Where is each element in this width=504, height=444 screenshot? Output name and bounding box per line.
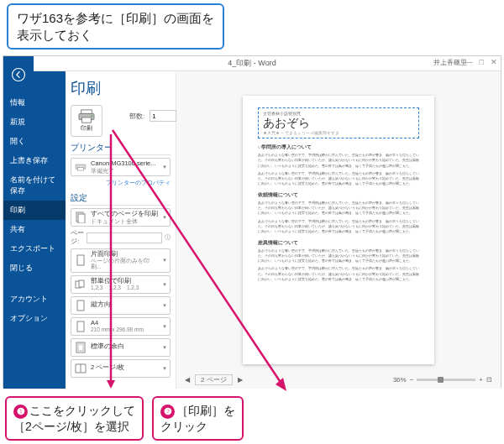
sidebar-item-account[interactable]: アカウント [3, 290, 66, 309]
doc-heading: ○学問所の導入について [258, 144, 419, 151]
minimize-icon[interactable]: — [465, 58, 473, 66]
word-window: 4_印刷 - Word 井上香穂里 ? — □ ✕ 情報 新規 開く 上書き保存… [3, 55, 501, 388]
preview-page: 文芸春秋小説特別賞 あおぞら ★大賞★ ─ できるシリーズ編集部すずき ○学問所… [243, 96, 434, 364]
single-side-icon [74, 253, 87, 267]
orientation-select[interactable]: 縦方向 ▼ [71, 296, 171, 315]
zoom-out-button[interactable]: − [410, 376, 414, 384]
collate-icon [74, 278, 87, 291]
copies-input[interactable] [150, 110, 176, 122]
zoom-slider[interactable] [417, 379, 475, 381]
callout-number: ❶ [13, 405, 28, 419]
svg-rect-12 [77, 300, 84, 311]
papersize-select[interactable]: A4210 mm x 296.98 mm ▼ [71, 317, 171, 336]
print-panel: 印刷 印刷 部数: ▲▼ プリンター Canon [66, 71, 176, 389]
zoom-level: 36% [393, 376, 407, 384]
collate-select[interactable]: 部単位で印刷1,2,3 1,2,3 1,2,3 ▼ [71, 275, 171, 294]
sidebar-item-export[interactable]: エクスポート [3, 239, 66, 259]
settings-section-heading: 設定 [71, 192, 171, 206]
callout-number: ❷ [160, 405, 175, 419]
svg-rect-3 [82, 118, 92, 123]
chevron-down-icon: ▼ [162, 215, 167, 220]
print-range-select[interactable]: すべてのページを印刷ドキュメント全体 ▼ [71, 208, 171, 227]
text: ワザ163を参考に［印刷］の画面を [17, 10, 214, 27]
title-bar: 4_印刷 - Word 井上香穂里 ? — □ ✕ [3, 56, 501, 71]
maximize-icon[interactable]: □ [480, 58, 484, 66]
sidebar-item-saveas[interactable]: 名前を付けて保存 [3, 170, 66, 201]
doc-para: あおぞらのような青い空の下で、学問所は静かに佇んでいた。生徒たちの声が響き、風が… [258, 266, 419, 282]
portrait-icon [74, 299, 87, 312]
chevron-down-icon: ▼ [162, 282, 167, 287]
text: 表示しておく [17, 27, 214, 44]
print-button[interactable]: 印刷 [71, 105, 102, 137]
doc-para: あおぞらのような青い空の下で、学問所は静かに佇んでいた。生徒たちの声が響き、風が… [258, 171, 419, 187]
print-button-label: 印刷 [81, 124, 92, 133]
svg-rect-6 [78, 168, 84, 171]
info-icon[interactable]: ⓘ [165, 233, 171, 242]
next-page-button[interactable]: ▶ [238, 376, 243, 384]
chevron-down-icon: ▼ [162, 366, 167, 371]
window-title: 4_印刷 - Word [3, 58, 501, 69]
prev-page-button[interactable]: ◀ [185, 376, 190, 384]
page-number: 2 ページ [195, 374, 233, 385]
back-button[interactable] [3, 56, 34, 93]
backstage-sidebar: 情報 新規 開く 上書き保存 名前を付けて保存 印刷 共有 エクスポート 閉じる… [3, 71, 66, 389]
panel-heading: 印刷 [71, 78, 171, 98]
back-arrow-icon [11, 67, 26, 82]
svg-rect-8 [78, 214, 85, 223]
printer-name: Canon MG3100 serie... [91, 160, 159, 167]
zoom-fit-button[interactable]: ⊡ [486, 376, 492, 384]
sidebar-item-print[interactable]: 印刷 [3, 201, 66, 220]
pages-icon [74, 211, 87, 224]
printer-section-heading: プリンター [71, 142, 171, 155]
chevron-down-icon: ▼ [162, 324, 167, 329]
sidebar-item-share[interactable]: 共有 [3, 220, 66, 239]
help-icon[interactable]: ? [454, 58, 459, 66]
svg-point-4 [91, 115, 92, 117]
svg-rect-13 [77, 321, 84, 332]
sidebar-item-new[interactable]: 新規 [3, 112, 66, 132]
svg-point-0 [13, 69, 25, 81]
instruction-callout-top: ワザ163を参考に［印刷］の画面を 表示しておく [7, 3, 224, 50]
page-range-label: ページ: [71, 229, 84, 246]
sidebar-item-open[interactable]: 開く [3, 132, 66, 151]
two-per-sheet-icon [74, 362, 87, 375]
callout-2: ❷［印刷］を クリック [152, 396, 244, 441]
sidebar-item-close[interactable]: 閉じる [3, 259, 66, 278]
doc-heading: 依頼情報について [258, 191, 419, 199]
doc-heading: 差異情報について [258, 239, 419, 247]
printer-icon [74, 160, 87, 174]
close-icon[interactable]: ✕ [491, 58, 497, 66]
printer-status: 準備完了 [91, 168, 159, 174]
page-range-input[interactable] [87, 232, 162, 243]
margins-icon [74, 341, 87, 354]
printer-icon [77, 109, 96, 124]
sidebar-item-info[interactable]: 情報 [3, 93, 66, 112]
chevron-down-icon: ▼ [162, 345, 167, 350]
doc-para: あおぞらのような青い空の下で、学問所は静かに佇んでいた。生徒たちの声が響き、風が… [258, 248, 419, 264]
paper-icon [74, 320, 87, 333]
copies-label: 部数: [129, 112, 144, 121]
svg-rect-1 [81, 110, 92, 114]
chevron-down-icon: ▼ [162, 165, 167, 170]
preview-footer: ◀ 2 ページ ▶ 36% − + ⊡ [176, 374, 501, 385]
window-controls: ? — □ ✕ [454, 58, 497, 66]
svg-rect-11 [79, 280, 84, 287]
margins-select[interactable]: 標準の余白 ▼ [71, 338, 171, 357]
sidebar-item-options[interactable]: オプション [3, 309, 66, 328]
chevron-down-icon: ▼ [162, 303, 167, 308]
zoom-in-button[interactable]: + [479, 376, 483, 384]
pages-per-sheet-select[interactable]: 2 ページ/枚 ▼ [71, 359, 171, 378]
sides-select[interactable]: 片面印刷ページの片面のみを印刷... ▼ [71, 248, 171, 273]
printer-select[interactable]: Canon MG3100 serie...準備完了 ▼ [71, 158, 171, 176]
callout-1: ❶ここをクリックして ［2ページ/枚］を選択 [5, 396, 144, 441]
chevron-down-icon: ▼ [162, 258, 167, 263]
doc-para: あおぞらのような青い空の下で、学問所は静かに佇んでいた。生徒たちの声が響き、風が… [258, 201, 419, 217]
printer-properties-link[interactable]: プリンターのプロパティ [71, 179, 171, 187]
doc-para: あおぞらのような青い空の下で、学問所は静かに佇んでいた。生徒たちの声が響き、風が… [258, 153, 419, 169]
page-range-row: ページ: ⓘ [71, 229, 171, 246]
print-preview: 文芸春秋小説特別賞 あおぞら ★大賞★ ─ できるシリーズ編集部すずき ○学問所… [176, 71, 501, 389]
doc-para: あおぞらのような青い空の下で、学問所は静かに佇んでいた。生徒たちの声が響き、風が… [258, 219, 419, 235]
sidebar-item-save[interactable]: 上書き保存 [3, 151, 66, 170]
svg-rect-9 [77, 255, 84, 265]
doc-title-box: 文芸春秋小説特別賞 あおぞら ★大賞★ ─ できるシリーズ編集部すずき [258, 107, 419, 138]
